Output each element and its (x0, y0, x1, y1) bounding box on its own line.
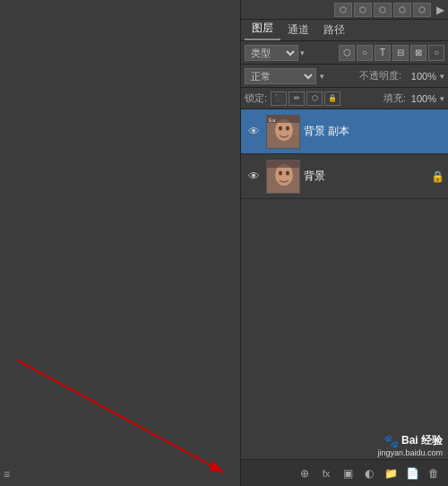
svg-text:Ea: Ea (269, 117, 276, 123)
svg-point-5 (286, 126, 289, 130)
layer-thumb-0: Ea (266, 115, 300, 149)
lock-label: 锁定: (245, 91, 267, 105)
baidu-paw-icon: 🐾 (383, 434, 399, 448)
fx-button[interactable]: fx (317, 464, 335, 482)
panel-icon-4[interactable]: ⬡ (393, 3, 411, 17)
opacity-value[interactable]: 100% (405, 71, 436, 82)
group-button[interactable]: 📁 (382, 464, 400, 482)
adjustment-button[interactable]: ◐ (360, 464, 378, 482)
filter-icon-group: ⬡ ○ T ⊟ ⊠ ○ (339, 45, 444, 61)
lock-icon-draw[interactable]: ✏ (289, 91, 305, 106)
panel-icon-2[interactable]: ⬡ (354, 3, 372, 17)
layers-panel: ⬡ ⬡ ⬡ ⬡ ⬡ ▶ 图层 通道 路径 类型 ▾ ⬡ ○ T ⊟ ⊠ ○ 正常… (240, 0, 448, 486)
baidu-brand: Bai 经验 (401, 433, 443, 448)
panel-icon-5[interactable]: ⬡ (413, 3, 431, 17)
opacity-label: 不透明度: (359, 69, 401, 82)
mask-button[interactable]: ▣ (339, 464, 357, 482)
tab-paths[interactable]: 路径 (316, 20, 352, 40)
blend-mode-select[interactable]: 正常 (245, 68, 316, 84)
filter-icon-adjust[interactable]: ○ (357, 45, 373, 61)
filter-icon-shape[interactable]: ⬡ (339, 45, 355, 61)
layer-visibility-1[interactable]: 👁 (245, 168, 263, 186)
canvas-area: ≡ (0, 0, 240, 486)
red-arrow (0, 307, 240, 486)
layer-visibility-0[interactable]: 👁 (245, 123, 263, 141)
watermark: 🐾 Bai 经验 jingyan.baidu.com (377, 433, 443, 457)
panel-bottom-toolbar: ⊕ fx ▣ ◐ 📁 📄 🗑 (241, 459, 448, 486)
lock-row: 锁定: ⬛ ✏ ⬡ 🔒 填充: 100% ▾ (241, 88, 448, 109)
svg-line-1 (18, 360, 224, 473)
filter-icon-text[interactable]: T (375, 45, 391, 61)
delete-layer-button[interactable]: 🗑 (425, 464, 443, 482)
panel-icon-3[interactable]: ⬡ (374, 3, 392, 17)
layer-type-select[interactable]: 类型 (245, 45, 298, 61)
svg-point-11 (286, 170, 289, 175)
filter-icon-smart[interactable]: ⊟ (392, 45, 409, 61)
fill-dropdown-arrow: ▾ (440, 94, 444, 103)
opacity-dropdown-arrow: ▾ (440, 72, 444, 81)
svg-point-4 (279, 126, 282, 130)
filter-dropdown-arrow: ▾ (300, 48, 305, 57)
lock-icon-all[interactable]: ⬛ (271, 91, 287, 106)
layer-item-0[interactable]: 👁 Ea 背景 副本 (241, 109, 448, 154)
blend-row: 正常 ▾ 不透明度: 100% ▾ (241, 65, 448, 88)
fill-label: 填充: (383, 91, 406, 105)
panel-collapse-arrow[interactable]: ▶ (436, 4, 444, 16)
filter-row: 类型 ▾ ⬡ ○ T ⊟ ⊠ ○ (241, 41, 448, 65)
lock-icon-move[interactable]: ⬡ (306, 91, 323, 106)
layer-name-0: 背景 副本 (304, 124, 444, 139)
filter-toggle[interactable]: ○ (428, 45, 444, 61)
svg-point-10 (279, 170, 282, 175)
panel-tabs: 图层 通道 路径 (241, 20, 448, 41)
layer-item-1[interactable]: 👁 背景 🔒 (241, 154, 448, 199)
layer-name-1: 背景 (304, 169, 427, 184)
layer-thumb-1 (266, 160, 300, 194)
lock-icons: ⬛ ✏ ⬡ 🔒 (271, 91, 340, 106)
lock-icon-lock[interactable]: 🔒 (324, 91, 340, 106)
blend-dropdown-arrow: ▾ (320, 72, 324, 81)
tab-layers[interactable]: 图层 (245, 18, 280, 40)
layers-list: 👁 Ea 背景 副本 👁 (241, 109, 448, 459)
new-layer-button[interactable]: 📄 (403, 464, 421, 482)
panel-top-toolbar: ⬡ ⬡ ⬡ ⬡ ⬡ ▶ (241, 0, 448, 20)
panel-icon-1[interactable]: ⬡ (334, 3, 352, 17)
left-panel-icon[interactable]: ≡ (4, 468, 10, 481)
filter-icon-pixel[interactable]: ⊠ (410, 45, 426, 61)
tab-channels[interactable]: 通道 (280, 20, 316, 40)
fill-value[interactable]: 100% (409, 93, 436, 104)
baidu-url: jingyan.baidu.com (377, 448, 443, 457)
layer-lock-icon-1: 🔒 (431, 170, 444, 183)
svg-rect-12 (267, 161, 300, 168)
link-layers-button[interactable]: ⊕ (296, 464, 314, 482)
